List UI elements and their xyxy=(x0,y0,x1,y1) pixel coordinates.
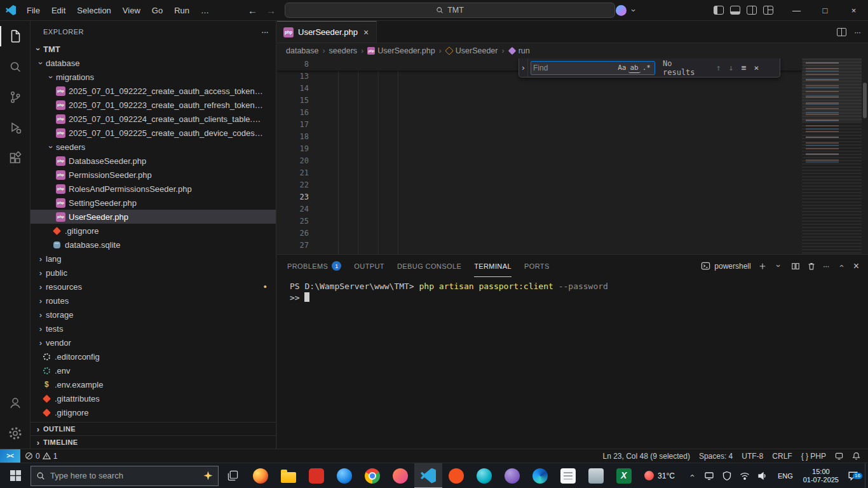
match-case-toggle[interactable]: Aa xyxy=(616,63,628,72)
taskbar-search-input[interactable] xyxy=(50,471,198,480)
vscode-icon[interactable] xyxy=(414,463,442,488)
breadcrumb-item[interactable]: database xyxy=(286,46,318,55)
status-item[interactable]: UTF-8 xyxy=(737,449,768,463)
toggle-panel-icon[interactable] xyxy=(730,6,740,15)
shell-selector[interactable]: powershell xyxy=(701,261,750,271)
maximize-panel-icon[interactable] xyxy=(836,261,846,271)
timeline-section[interactable]: TIMELINE xyxy=(31,435,276,449)
split-editor-icon[interactable] xyxy=(837,28,846,36)
menu-item[interactable]: Go xyxy=(146,0,168,21)
orange-gradient-app-icon[interactable] xyxy=(386,463,414,488)
menu-item[interactable]: Selection xyxy=(71,0,116,21)
minimize-button[interactable]: — xyxy=(782,0,811,21)
split-terminal-icon[interactable] xyxy=(791,262,800,271)
terminal[interactable]: PS D:\WampServer\www\TMT> php artisan pa… xyxy=(277,277,868,449)
whole-word-toggle[interactable]: ab xyxy=(628,63,641,73)
editor-scrollbar[interactable] xyxy=(862,58,868,254)
file-explorer-icon[interactable] xyxy=(275,463,302,488)
find-next-button[interactable]: ↓ xyxy=(726,63,736,72)
status-misc-icon[interactable] xyxy=(831,449,848,463)
status-item[interactable]: CRLF xyxy=(768,449,796,463)
outline-section[interactable]: OUTLINE xyxy=(31,422,276,435)
tree-item[interactable]: RolesAndPermissionsSeeder.php xyxy=(31,182,276,196)
red-app-icon[interactable] xyxy=(302,463,330,488)
tree-item[interactable]: TMT xyxy=(31,42,276,56)
code-line[interactable]: 27 'firstname' => 'Training', xyxy=(277,240,802,252)
search-icon[interactable] xyxy=(0,51,31,82)
tree-item[interactable]: 2025_07_01_092222_create_oauth_access_to… xyxy=(31,84,276,98)
find-close-button[interactable]: × xyxy=(751,63,761,72)
code-line[interactable]: 23 'password' => bcrypt('123456789'), xyxy=(277,191,802,203)
notifications-bell-icon[interactable] xyxy=(848,449,868,463)
breadcrumb-item[interactable]: UserSeeder.php xyxy=(357,46,435,55)
taskbar-search[interactable] xyxy=(31,466,219,486)
close-button[interactable]: × xyxy=(839,0,868,21)
tree-item[interactable]: 2025_07_01_092223_create_oauth_refresh_t… xyxy=(31,98,276,112)
tree-item[interactable]: database xyxy=(31,56,276,70)
code-line[interactable]: 26 [ xyxy=(277,227,802,240)
orange-app-icon[interactable] xyxy=(442,463,470,488)
source-control-icon[interactable] xyxy=(0,82,31,112)
close-panel-icon[interactable]: × xyxy=(853,261,859,272)
code-line[interactable]: 15 { xyxy=(277,95,802,107)
volume-icon[interactable] xyxy=(757,471,768,481)
menu-item[interactable]: Run xyxy=(168,0,195,21)
code-line[interactable]: 16 $usersData = [ xyxy=(277,107,802,119)
breadcrumb-item[interactable]: run xyxy=(498,46,529,55)
find-in-selection-button[interactable]: ≡ xyxy=(739,63,749,72)
language-indicator[interactable]: ENG xyxy=(773,472,798,480)
code-line[interactable]: 28 'lastname' => 'User', xyxy=(277,252,802,254)
breadcrumb-item[interactable]: seeders xyxy=(318,46,357,55)
regex-toggle[interactable]: .* xyxy=(641,63,653,72)
command-center-search[interactable]: TMT xyxy=(285,3,615,18)
menu-item[interactable]: … xyxy=(195,0,215,21)
tree-item[interactable]: .editorconfig xyxy=(31,349,276,363)
status-item[interactable]: Ln 23, Col 48 (9 selected) xyxy=(599,449,695,463)
tree-item[interactable]: vendor xyxy=(31,336,276,349)
tree-item[interactable]: database.sqlite xyxy=(31,238,276,252)
code-line[interactable]: 22 'status' => 1, xyxy=(277,179,802,191)
breadcrumb-item[interactable]: UserSeeder xyxy=(435,46,498,55)
start-button[interactable] xyxy=(0,463,31,488)
edge-icon[interactable] xyxy=(526,463,554,488)
gray-app-icon[interactable] xyxy=(582,463,610,488)
nav-back-button[interactable]: ← xyxy=(248,5,257,16)
minimap[interactable] xyxy=(802,58,862,254)
extensions-icon[interactable] xyxy=(0,143,31,173)
terminal-dropdown-icon[interactable] xyxy=(774,261,784,271)
panel-more-actions-icon[interactable]: ··· xyxy=(823,261,829,271)
nav-forward-button[interactable]: → xyxy=(266,5,276,16)
code-line[interactable]: 14 public function run() xyxy=(277,83,802,95)
code-editor[interactable]: 8 class UserSeeder extends Seeder 13 14 xyxy=(277,58,868,254)
tree-item[interactable]: tests xyxy=(31,322,276,336)
tree-item[interactable]: .env.example xyxy=(31,377,276,391)
code-lines[interactable]: 13 14 public function run() 15 xyxy=(277,71,802,254)
tree-item[interactable]: .gitattributes xyxy=(31,391,276,405)
toggle-sidebar-icon[interactable] xyxy=(714,6,724,15)
task-view-button[interactable] xyxy=(219,463,247,488)
security-shield-icon[interactable] xyxy=(722,471,732,481)
code-line[interactable]: 17 [ xyxy=(277,119,802,131)
tab-userseeder[interactable]: UserSeeder.php × xyxy=(277,21,377,43)
customize-layout-icon[interactable] xyxy=(763,6,773,15)
settings-gear-icon[interactable] xyxy=(0,418,31,449)
tree-item[interactable]: UserSeeder.php xyxy=(31,210,276,224)
explorer-icon[interactable] xyxy=(0,21,31,51)
tree-item[interactable]: 2025_07_01_092225_create_oauth_device_co… xyxy=(31,126,276,140)
blue-app-icon[interactable] xyxy=(330,463,358,488)
tree-item[interactable]: migrations xyxy=(31,70,276,84)
editor-more-actions-icon[interactable]: ··· xyxy=(854,27,860,37)
tree-item[interactable]: resources ● xyxy=(31,280,276,294)
status-item[interactable]: { } PHP xyxy=(797,449,831,463)
remote-indicator[interactable]: >< xyxy=(0,449,20,463)
tree-item[interactable]: DatabaseSeeder.php xyxy=(31,154,276,168)
menu-item[interactable]: Edit xyxy=(46,0,71,21)
purple-app-icon[interactable] xyxy=(498,463,526,488)
menu-item[interactable]: File xyxy=(21,0,46,21)
tree-item[interactable]: .gitignore xyxy=(31,224,276,238)
toggle-replace-button[interactable] xyxy=(519,58,528,77)
code-line[interactable]: 25 ], xyxy=(277,215,802,227)
code-line[interactable]: 24 'role' => 'Administrator', xyxy=(277,203,802,215)
chrome-icon[interactable] xyxy=(358,463,386,488)
weather-widget[interactable]: 31°C xyxy=(638,471,681,480)
